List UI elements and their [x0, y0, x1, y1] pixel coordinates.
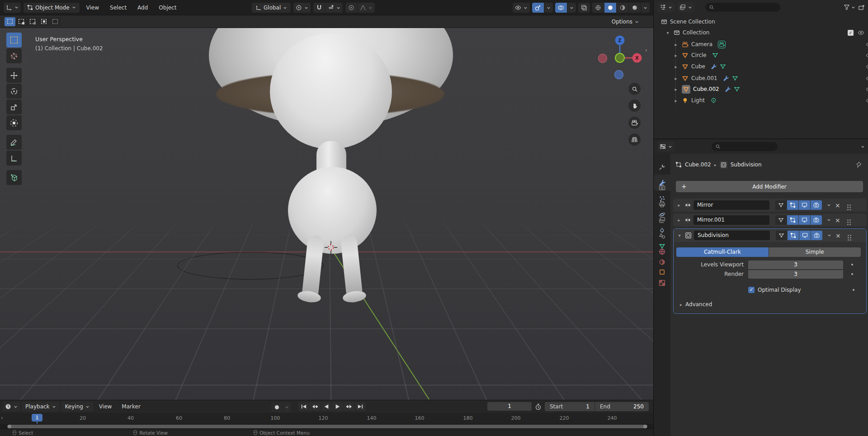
collapse-icon[interactable]: ▾ — [676, 233, 683, 238]
outliner-row-cube[interactable]: ▸ Cube — [654, 61, 868, 72]
timeline-marker-menu[interactable]: Marker — [118, 402, 144, 411]
use-preview-range-icon[interactable] — [535, 403, 542, 410]
tab-modifiers[interactable] — [654, 176, 670, 190]
hide-viewport-icon[interactable] — [866, 86, 868, 93]
pin-icon[interactable] — [855, 161, 862, 168]
modifier-name-field[interactable]: Mirror — [693, 200, 769, 210]
breadcrumb-modifier[interactable]: Subdivision — [731, 161, 762, 168]
cursor-3d[interactable] — [323, 239, 339, 256]
simple-button[interactable]: Simple — [769, 247, 861, 257]
hide-viewport-icon[interactable] — [858, 29, 864, 36]
tool-scale[interactable] — [6, 100, 22, 114]
tool-annotate[interactable] — [6, 135, 22, 150]
expand-icon[interactable]: ▸ — [673, 42, 679, 47]
tool-transform[interactable] — [6, 115, 22, 130]
outliner-editor-type-button[interactable] — [657, 2, 675, 12]
properties-search-input[interactable] — [712, 142, 778, 151]
outliner-filter-dropdown[interactable] — [844, 4, 855, 10]
perspective-toggle-button[interactable] — [628, 133, 641, 146]
tool-cursor[interactable] — [6, 48, 22, 63]
play-button[interactable] — [332, 402, 343, 411]
transform-orientation-dropdown[interactable]: Global — [252, 3, 291, 13]
expand-icon[interactable]: ▸ — [676, 203, 682, 208]
editor-type-button[interactable] — [4, 3, 21, 13]
animate-dot[interactable] — [853, 289, 854, 291]
on-cage-toggle[interactable] — [775, 200, 787, 210]
keying-menu[interactable]: Keying — [61, 402, 93, 412]
options-button[interactable]: Options — [608, 17, 642, 27]
realtime-toggle[interactable] — [799, 215, 810, 225]
timeline-view-menu[interactable]: View — [95, 402, 116, 411]
animate-dot[interactable] — [851, 273, 853, 275]
navigation-gizmo[interactable]: Z X — [596, 34, 643, 81]
menu-view[interactable]: View — [82, 3, 103, 12]
pan-button[interactable] — [628, 100, 641, 112]
edit-mode-toggle[interactable] — [787, 215, 798, 225]
tool-select-box[interactable] — [6, 33, 22, 47]
jump-to-start-button[interactable] — [298, 402, 309, 411]
snap-settings-dropdown[interactable] — [326, 3, 343, 13]
viewport-3d[interactable]: User Perspective (1) Collection | Cube.0… — [0, 28, 653, 400]
outliner-search-input[interactable] — [705, 3, 780, 12]
xray-toggle[interactable] — [578, 3, 590, 13]
tab-texture[interactable] — [654, 276, 670, 289]
optimal-display-checkbox[interactable]: ✓ — [748, 287, 755, 293]
breadcrumb-object[interactable]: Cube.002 — [685, 161, 711, 168]
catmull-clark-button[interactable]: Catmull-Clark — [676, 247, 769, 257]
drag-handle[interactable] — [847, 204, 849, 206]
hide-viewport-icon[interactable] — [866, 52, 868, 59]
drag-handle[interactable] — [848, 235, 849, 236]
tab-particles[interactable] — [654, 192, 670, 205]
circle-object-wire[interactable] — [177, 252, 324, 280]
realtime-toggle[interactable] — [799, 200, 810, 210]
render-toggle[interactable] — [811, 200, 822, 210]
camera-view-button[interactable] — [628, 117, 641, 129]
edit-mode-toggle[interactable] — [787, 200, 798, 210]
render-toggle[interactable] — [811, 231, 822, 240]
collection-checkbox[interactable]: ✓ — [848, 30, 854, 36]
frame-start-field[interactable]: Start 1 — [545, 402, 594, 411]
modifier-name-field[interactable]: Subdivision — [694, 231, 770, 240]
play-reverse-button[interactable] — [321, 402, 332, 411]
menu-add[interactable]: Add — [133, 3, 152, 12]
ruler-left-arrow[interactable]: › — [1, 415, 3, 421]
prev-keyframe-button[interactable] — [310, 402, 321, 411]
playback-menu[interactable]: Playback — [22, 402, 60, 412]
tab-physics[interactable] — [654, 208, 670, 221]
tab-material[interactable] — [654, 255, 670, 269]
shading-material-button[interactable] — [617, 3, 628, 13]
playhead-badge[interactable]: 1 — [32, 414, 42, 422]
realtime-toggle[interactable] — [799, 231, 811, 240]
drag-handle[interactable] — [847, 219, 849, 221]
tool-measure[interactable] — [6, 151, 22, 166]
auto-keying-toggle[interactable] — [271, 402, 283, 412]
modifier-extras-dropdown[interactable] — [827, 218, 831, 222]
tool-rotate[interactable] — [6, 84, 22, 99]
add-modifier-button[interactable]: + Add Modifier — [676, 181, 863, 192]
auto-keying-dropdown[interactable] — [283, 402, 291, 412]
properties-options-chevron[interactable] — [861, 145, 865, 148]
shading-dropdown[interactable] — [641, 3, 650, 13]
expand-icon[interactable]: ▸ — [673, 76, 679, 81]
shading-wireframe-button[interactable] — [592, 3, 604, 13]
expand-icon[interactable]: ▸ — [673, 98, 679, 103]
on-cage-toggle[interactable] — [776, 231, 787, 240]
outliner-display-mode-dropdown[interactable] — [677, 2, 694, 12]
modifier-close-icon[interactable]: × — [835, 217, 840, 224]
hide-viewport-icon[interactable] — [866, 75, 868, 82]
tab-tool[interactable] — [654, 160, 670, 174]
gizmo-dropdown[interactable] — [544, 3, 553, 13]
levels-viewport-field[interactable]: 3 — [748, 261, 843, 269]
expand-icon[interactable]: ▸ — [676, 218, 682, 223]
tab-object-data[interactable] — [654, 239, 670, 253]
proportional-falloff-dropdown[interactable] — [358, 3, 375, 13]
select-mode-set[interactable] — [5, 17, 15, 26]
menu-select[interactable]: Select — [106, 3, 131, 12]
next-keyframe-button[interactable] — [344, 402, 354, 411]
hide-viewport-icon[interactable] — [866, 41, 868, 48]
expand-icon[interactable]: ▸ — [673, 64, 679, 69]
hide-viewport-icon[interactable] — [866, 97, 868, 104]
animate-dot[interactable] — [851, 264, 853, 265]
select-mode-intersect[interactable] — [50, 17, 61, 26]
frame-end-field[interactable]: End 250 — [595, 402, 649, 411]
